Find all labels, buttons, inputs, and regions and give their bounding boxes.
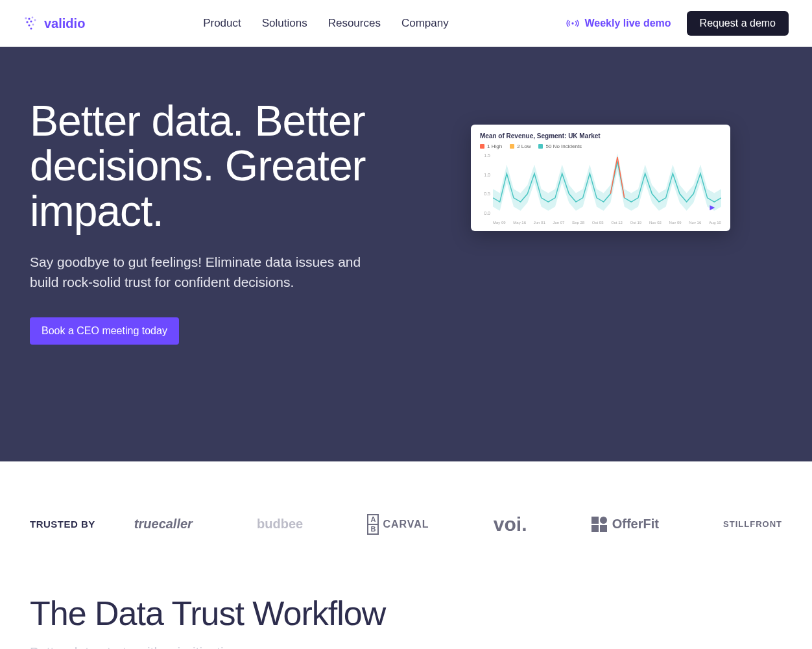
- brand-logo[interactable]: validio: [23, 16, 85, 31]
- client-logos: truecaller budbee AB CARVAL voi. OfferFi…: [134, 513, 782, 535]
- chart-title: Mean of Revenue, Segment: UK Market: [480, 132, 721, 140]
- client-logo-truecaller: truecaller: [134, 517, 193, 532]
- legend-high: 1 High: [480, 143, 502, 149]
- legend-none-label: 50 No Incidents: [545, 143, 582, 149]
- svg-point-5: [34, 19, 36, 21]
- y-axis-ticks: 1.5 1.0 0.5 0.0: [480, 153, 490, 215]
- offerfit-text: OfferFit: [612, 517, 659, 532]
- x-tick: Jun 01: [534, 221, 545, 225]
- chart-svg: [493, 153, 721, 214]
- nav-links: Product Solutions Resources Company: [203, 17, 449, 30]
- svg-point-6: [28, 24, 30, 26]
- weekly-live-demo-link[interactable]: Weekly live demo: [566, 18, 671, 29]
- carval-text: CARVAL: [383, 519, 429, 530]
- x-tick: Aug 10: [709, 221, 721, 225]
- hero-copy: Better data. Better decisions. Greater i…: [30, 99, 393, 345]
- validio-mark-icon: [23, 16, 39, 31]
- offerfit-shapes-icon: [591, 517, 608, 532]
- book-ceo-meeting-button[interactable]: Book a CEO meeting today: [30, 317, 179, 345]
- request-demo-button[interactable]: Request a demo: [687, 11, 789, 36]
- nav-link-product[interactable]: Product: [203, 17, 241, 30]
- stillfront-text: STILLFRONT: [723, 519, 782, 529]
- svg-point-7: [32, 24, 34, 26]
- nav-link-solutions[interactable]: Solutions: [262, 17, 307, 30]
- x-tick: May 16: [513, 221, 526, 225]
- x-tick: Nov 09: [669, 221, 682, 225]
- y-tick: 0.0: [480, 211, 490, 215]
- nav-link-resources[interactable]: Resources: [328, 17, 381, 30]
- x-tick: Oct 12: [611, 221, 623, 225]
- x-tick: Oct 05: [592, 221, 604, 225]
- x-tick: Nov 16: [689, 221, 701, 225]
- hero-subheadline: Say goodbye to gut feelings! Eliminate d…: [30, 252, 374, 293]
- hero-headline: Better data. Better decisions. Greater i…: [30, 99, 393, 234]
- svg-point-1: [28, 18, 30, 19]
- swatch-low-icon: [510, 144, 514, 149]
- legend-low-label: 2 Low: [517, 143, 531, 149]
- x-tick: May 09: [493, 221, 506, 225]
- workflow-section: The Data Trust Workflow Better data star…: [0, 561, 812, 649]
- client-logo-carval: AB CARVAL: [367, 514, 429, 535]
- y-tick: 1.0: [480, 173, 490, 177]
- x-tick: Sep 28: [572, 221, 584, 225]
- trusted-by-section: TRUSTED BY truecaller budbee AB CARVAL v…: [0, 461, 812, 561]
- client-logo-stillfront: STILLFRONT: [723, 519, 782, 529]
- legend-high-label: 1 High: [487, 143, 502, 149]
- hero-section: Better data. Better decisions. Greater i…: [0, 47, 812, 461]
- svg-point-2: [32, 17, 34, 19]
- svg-point-4: [30, 20, 32, 22]
- swatch-none-icon: [538, 144, 543, 149]
- client-logo-voi: voi.: [494, 513, 527, 535]
- client-logo-offerfit: OfferFit: [591, 517, 659, 532]
- ab-box-icon: AB: [367, 514, 379, 535]
- nav-link-company[interactable]: Company: [401, 17, 449, 30]
- client-logo-budbee: budbee: [257, 517, 303, 532]
- broadcast-icon: [566, 19, 579, 28]
- x-tick: Jun 07: [553, 221, 564, 225]
- svg-point-0: [25, 17, 27, 19]
- x-tick: Nov 02: [649, 221, 662, 225]
- brand-name: validio: [44, 16, 85, 31]
- live-demo-label: Weekly live demo: [584, 18, 671, 29]
- nav-right: Weekly live demo Request a demo: [566, 11, 789, 36]
- chart-plot: 1.5 1.0 0.5 0.0 May 09 May 16 Jun 01 Jun…: [480, 153, 721, 225]
- trusted-by-label: TRUSTED BY: [30, 519, 95, 530]
- nav-left: validio: [23, 16, 85, 31]
- x-tick: Oct 19: [630, 221, 642, 225]
- workflow-sub: Better data starts with prioritization: [30, 644, 782, 649]
- swatch-high-icon: [480, 144, 484, 149]
- svg-point-8: [30, 27, 32, 29]
- revenue-chart-card: Mean of Revenue, Segment: UK Market 1 Hi…: [471, 125, 730, 231]
- y-tick: 0.5: [480, 191, 490, 196]
- legend-low: 2 Low: [510, 143, 531, 149]
- x-axis-ticks: May 09 May 16 Jun 01 Jun 07 Sep 28 Oct 0…: [493, 221, 721, 225]
- legend-none: 50 No Incidents: [538, 143, 582, 149]
- svg-point-9: [572, 22, 574, 24]
- chart-legend: 1 High 2 Low 50 No Incidents: [480, 143, 721, 149]
- workflow-heading: The Data Trust Workflow: [30, 594, 782, 633]
- navbar: validio Product Solutions Resources Comp…: [0, 0, 812, 47]
- hero-visual: Mean of Revenue, Segment: UK Market 1 Hi…: [419, 99, 782, 231]
- y-tick: 1.5: [480, 153, 490, 158]
- svg-point-3: [26, 21, 28, 23]
